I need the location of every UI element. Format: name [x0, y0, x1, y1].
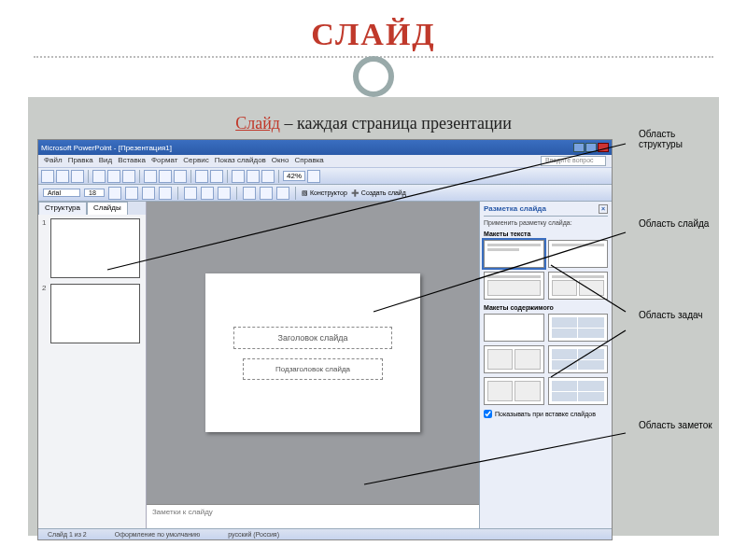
- slide-canvas: Заголовок слайда Подзаголовок слайда: [147, 202, 479, 504]
- new-icon[interactable]: [41, 170, 54, 183]
- callout-structure-area: Область структуры: [639, 129, 713, 149]
- layout-option[interactable]: [484, 377, 544, 405]
- task-pane-close-icon[interactable]: ×: [599, 204, 608, 214]
- window-buttons: [573, 143, 609, 152]
- copy-icon[interactable]: [159, 170, 172, 183]
- status-bar: Слайд 1 из 2 Оформление по умолчанию рус…: [38, 528, 612, 539]
- redo-icon[interactable]: [210, 170, 223, 183]
- toolbar-separator: [88, 170, 89, 183]
- minimize-button[interactable]: [573, 143, 585, 152]
- toolbar-separator: [295, 187, 296, 200]
- status-design: Оформление по умолчанию: [115, 531, 201, 538]
- standard-toolbar: 42%: [38, 168, 612, 185]
- editable-slide[interactable]: Заголовок слайда Подзаголовок слайда: [205, 273, 420, 432]
- close-button[interactable]: [598, 143, 609, 152]
- bullets-icon[interactable]: [243, 187, 256, 200]
- formatting-toolbar: Arial 18 ▧ Конструктор ➕ Создать слайд: [38, 185, 612, 202]
- align-right-icon[interactable]: [218, 187, 231, 200]
- layout-option[interactable]: [548, 314, 609, 342]
- layout-option[interactable]: [548, 345, 609, 373]
- align-center-icon[interactable]: [201, 187, 214, 200]
- checkbox-label: Показывать при вставке слайдов: [495, 411, 596, 417]
- menu-view[interactable]: Вид: [99, 156, 112, 166]
- status-language: русский (Россия): [228, 531, 279, 538]
- status-slide-count: Слайд 1 из 2: [48, 531, 87, 538]
- help-icon[interactable]: [307, 170, 320, 183]
- layout-option[interactable]: [484, 314, 544, 342]
- task-pane: Разметка слайда × Применить разметку сла…: [479, 202, 612, 528]
- layout-option[interactable]: [484, 240, 544, 268]
- increase-font-icon[interactable]: [260, 187, 273, 200]
- thumb-number: 1: [42, 218, 48, 278]
- layout-option[interactable]: [484, 272, 544, 300]
- window-titlebar[interactable]: Microsoft PowerPoint - [Презентация1]: [38, 140, 612, 155]
- text-layouts-grid: [484, 240, 608, 300]
- subtitle-placeholder[interactable]: Подзаголовок слайда: [243, 358, 383, 380]
- layout-option[interactable]: [548, 377, 609, 405]
- slide-thumbnail[interactable]: [50, 284, 140, 343]
- bold-icon[interactable]: [108, 187, 121, 200]
- print-icon[interactable]: [92, 170, 106, 183]
- font-size-select[interactable]: 18: [84, 189, 105, 197]
- spellcheck-icon[interactable]: [122, 170, 135, 183]
- menu-edit[interactable]: Правка: [68, 156, 93, 166]
- font-select[interactable]: Arial: [43, 189, 80, 197]
- toolbar-separator: [278, 170, 279, 183]
- menu-insert[interactable]: Вставка: [118, 156, 146, 166]
- tab-slides[interactable]: Слайды: [87, 202, 128, 215]
- hyperlink-icon[interactable]: [261, 170, 275, 183]
- outline-pane: Структура Слайды 1 2: [38, 202, 147, 528]
- section-text-layouts: Макеты текста: [484, 231, 608, 237]
- subtitle-highlight: Слайд: [235, 114, 280, 133]
- checkbox-input[interactable]: [484, 410, 492, 418]
- new-slide-button[interactable]: ➕ Создать слайд: [351, 189, 406, 197]
- underline-icon[interactable]: [142, 187, 155, 200]
- open-icon[interactable]: [56, 170, 69, 183]
- toolbar-separator: [177, 187, 178, 200]
- section-content-layouts: Макеты содержимого: [484, 304, 608, 311]
- menu-format[interactable]: Формат: [151, 156, 177, 166]
- callout-task-area: Область задач: [639, 310, 713, 320]
- window-title-text: Microsoft PowerPoint - [Презентация1]: [41, 144, 172, 152]
- menu-help[interactable]: Справка: [294, 156, 323, 166]
- preview-icon[interactable]: [107, 170, 120, 183]
- cut-icon[interactable]: [144, 170, 157, 183]
- notes-pane[interactable]: Заметки к слайду: [147, 504, 479, 528]
- zoom-box[interactable]: 42%: [283, 171, 305, 181]
- decrease-font-icon[interactable]: [276, 187, 289, 200]
- layout-option[interactable]: [548, 240, 609, 268]
- italic-icon[interactable]: [125, 187, 138, 200]
- toolbar-separator: [236, 187, 237, 200]
- task-pane-header: Разметка слайда ×: [484, 204, 608, 217]
- slide-thumbnail[interactable]: [50, 218, 140, 278]
- menu-tools[interactable]: Сервис: [183, 156, 208, 166]
- menu-window[interactable]: Окно: [272, 156, 289, 166]
- title-placeholder[interactable]: Заголовок слайда: [233, 327, 392, 349]
- powerpoint-window: Microsoft PowerPoint - [Презентация1] Фа…: [38, 140, 612, 539]
- align-left-icon[interactable]: [184, 187, 197, 200]
- menu-file[interactable]: Файл: [44, 156, 63, 166]
- designer-button[interactable]: ▧ Конструктор: [302, 189, 347, 197]
- thumb-number: 2: [42, 284, 48, 343]
- content-panel: Слайд – каждая страница презентации Micr…: [28, 97, 719, 536]
- ask-question-box[interactable]: Введите вопрос: [541, 156, 606, 166]
- layout-option[interactable]: [484, 345, 544, 373]
- shadow-icon[interactable]: [159, 187, 172, 200]
- undo-icon[interactable]: [195, 170, 208, 183]
- task-pane-subtitle: Применить разметку слайда:: [484, 219, 608, 226]
- table-icon[interactable]: [247, 170, 260, 183]
- layout-option[interactable]: [548, 272, 609, 300]
- content-layouts-grid: [484, 314, 608, 405]
- save-icon[interactable]: [71, 170, 84, 183]
- thumb-row: 1: [42, 218, 142, 278]
- toolbar-separator: [227, 170, 228, 183]
- paste-icon[interactable]: [174, 170, 187, 183]
- slide-area: Заголовок слайда Подзаголовок слайда Зам…: [147, 202, 479, 528]
- pane-tabs: Структура Слайды: [38, 202, 146, 215]
- tab-outline[interactable]: Структура: [38, 202, 87, 215]
- callout-slide-area: Область слайда: [639, 218, 713, 229]
- show-on-insert-checkbox[interactable]: Показывать при вставке слайдов: [484, 410, 608, 418]
- chart-icon[interactable]: [232, 170, 245, 183]
- maximize-button[interactable]: [585, 143, 597, 152]
- menu-slideshow[interactable]: Показ слайдов: [215, 156, 266, 166]
